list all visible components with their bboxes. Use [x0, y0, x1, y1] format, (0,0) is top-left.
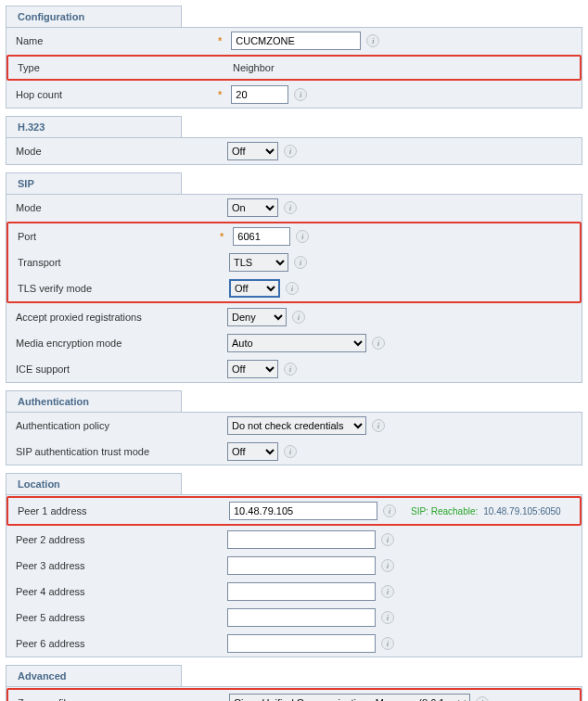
- row-media-enc: Media encryption mode Auto i: [6, 330, 582, 356]
- row-peer4: Peer 4 address i: [6, 579, 582, 605]
- section-body-sip: Mode On i Port * i Transport TLS i: [6, 194, 582, 383]
- info-icon[interactable]: i: [284, 445, 297, 458]
- info-icon[interactable]: i: [294, 88, 307, 101]
- label-hop-count: Hop count: [14, 89, 227, 100]
- highlight-type: Type Neighbor: [6, 55, 582, 81]
- label-name: Name: [14, 35, 227, 46]
- info-icon[interactable]: i: [381, 533, 394, 546]
- name-input[interactable]: [231, 32, 361, 50]
- accept-proxied-select[interactable]: Deny: [227, 308, 287, 326]
- section-sip: SIP Mode On i Port * i Transport TLS: [6, 172, 582, 383]
- section-body-h323: Mode Off i: [6, 137, 582, 165]
- info-icon[interactable]: i: [381, 559, 394, 572]
- highlight-sip-port-transport-tls: Port * i Transport TLS i TLS verify mode…: [6, 222, 582, 303]
- section-header-advanced: Advanced: [6, 665, 182, 686]
- peer1-input[interactable]: [229, 502, 377, 520]
- row-sip-transport: Transport TLS i: [8, 249, 580, 275]
- row-peer3: Peer 3 address i: [6, 553, 582, 579]
- row-zone-profile: Zone profile Cisco Unified Communication…: [8, 690, 580, 701]
- label-sip-mode: Mode: [14, 202, 227, 213]
- peer6-input[interactable]: [227, 634, 376, 653]
- highlight-peer1: Peer 1 address i SIP: Reachable: 10.48.7…: [6, 496, 582, 526]
- label-sip-port: Port: [16, 231, 229, 242]
- info-icon[interactable]: i: [366, 34, 379, 47]
- peer4-input[interactable]: [227, 582, 376, 601]
- section-body-configuration: Name * i Type Neighbor Hop count * i: [6, 27, 582, 108]
- tls-verify-select[interactable]: Off: [229, 279, 280, 298]
- status-reachable: SIP: Reachable:: [411, 506, 478, 516]
- required-marker: *: [220, 231, 224, 242]
- label-peer5: Peer 5 address: [14, 612, 227, 623]
- row-tls-verify: TLS verify mode Off i: [8, 275, 580, 301]
- label-peer3: Peer 3 address: [14, 560, 227, 571]
- row-name: Name * i: [6, 28, 582, 54]
- row-peer6: Peer 6 address i: [6, 631, 582, 656]
- status-ip: 10.48.79.105:6050: [483, 506, 560, 516]
- row-type: Type Neighbor: [8, 57, 580, 79]
- ice-support-select[interactable]: Off: [227, 360, 278, 378]
- peer3-input[interactable]: [227, 556, 376, 575]
- info-icon[interactable]: i: [284, 363, 297, 376]
- label-tls-verify: TLS verify mode: [16, 283, 229, 294]
- row-peer5: Peer 5 address i: [6, 605, 582, 631]
- sip-port-input[interactable]: [233, 227, 290, 246]
- row-peer2: Peer 2 address i: [6, 527, 582, 553]
- highlight-zone-profile: Zone profile Cisco Unified Communication…: [6, 688, 582, 701]
- info-icon[interactable]: i: [372, 419, 385, 432]
- label-h323-mode: Mode: [14, 146, 227, 157]
- section-configuration: Configuration Name * i Type Neighbor Hop…: [6, 6, 582, 108]
- row-sip-mode: Mode On i: [6, 195, 582, 221]
- label-peer6: Peer 6 address: [14, 638, 227, 649]
- info-icon[interactable]: i: [381, 637, 394, 650]
- row-hop-count: Hop count * i: [6, 82, 582, 108]
- media-enc-select[interactable]: Auto: [227, 334, 366, 352]
- h323-mode-select[interactable]: Off: [227, 142, 278, 160]
- label-peer2: Peer 2 address: [14, 534, 227, 545]
- peer1-status: SIP: Reachable: 10.48.79.105:6050: [411, 506, 561, 516]
- info-icon[interactable]: i: [294, 256, 307, 269]
- section-header-authentication: Authentication: [6, 390, 182, 412]
- required-marker: *: [218, 89, 222, 100]
- required-marker: *: [218, 35, 222, 46]
- info-icon[interactable]: i: [284, 145, 297, 158]
- row-auth-policy: Authentication policy Do not check crede…: [6, 413, 582, 439]
- peer5-input[interactable]: [227, 608, 376, 627]
- auth-policy-select[interactable]: Do not check credentials: [227, 416, 366, 435]
- row-ice-support: ICE support Off i: [6, 356, 582, 382]
- section-header-h323: H.323: [6, 116, 182, 137]
- row-sip-port: Port * i: [8, 223, 580, 249]
- label-sip-transport: Transport: [16, 257, 229, 268]
- sip-mode-select[interactable]: On: [227, 198, 278, 217]
- section-header-location: Location: [6, 473, 182, 494]
- section-body-location: Peer 1 address i SIP: Reachable: 10.48.7…: [6, 494, 582, 657]
- section-header-sip: SIP: [6, 172, 182, 194]
- peer2-input[interactable]: [227, 530, 376, 549]
- row-accept-proxied: Accept proxied registrations Deny i: [6, 304, 582, 330]
- info-icon[interactable]: i: [381, 585, 394, 598]
- section-location: Location Peer 1 address i SIP: Reachable…: [6, 473, 582, 657]
- section-h323: H.323 Mode Off i: [6, 116, 582, 165]
- row-h323-mode: Mode Off i: [6, 138, 582, 164]
- auth-trust-select[interactable]: Off: [227, 442, 278, 461]
- section-header-configuration: Configuration: [6, 6, 182, 27]
- section-authentication: Authentication Authentication policy Do …: [6, 390, 582, 465]
- section-body-authentication: Authentication policy Do not check crede…: [6, 412, 582, 465]
- zone-profile-select[interactable]: Cisco Unified Communications Manager (8.…: [229, 694, 470, 701]
- label-accept-proxied: Accept proxied registrations: [14, 312, 227, 323]
- info-icon[interactable]: i: [476, 696, 489, 701]
- info-icon[interactable]: i: [383, 504, 396, 517]
- hop-count-input[interactable]: [231, 85, 288, 104]
- sip-transport-select[interactable]: TLS: [229, 253, 288, 272]
- info-icon[interactable]: i: [381, 611, 394, 624]
- section-advanced: Advanced Zone profile Cisco Unified Comm…: [6, 665, 582, 701]
- info-icon[interactable]: i: [372, 337, 385, 350]
- label-auth-policy: Authentication policy: [14, 420, 227, 431]
- row-auth-trust: SIP authentication trust mode Off i: [6, 439, 582, 465]
- info-icon[interactable]: i: [292, 311, 305, 324]
- info-icon[interactable]: i: [284, 201, 297, 214]
- label-zone-profile: Zone profile: [16, 697, 229, 701]
- label-auth-trust: SIP authentication trust mode: [14, 446, 227, 457]
- info-icon[interactable]: i: [296, 230, 309, 243]
- label-peer4: Peer 4 address: [14, 586, 227, 597]
- info-icon[interactable]: i: [286, 282, 299, 295]
